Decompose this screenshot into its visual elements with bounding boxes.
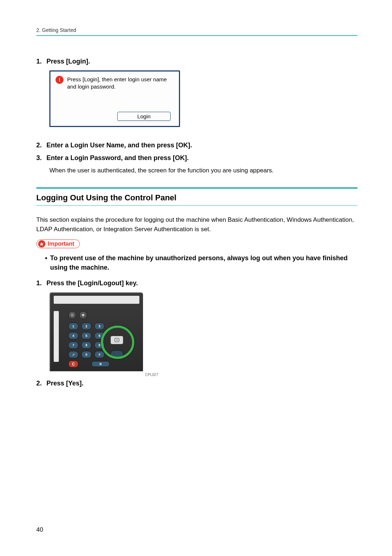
- section-title: Logging Out Using the Control Panel: [36, 189, 358, 206]
- keypad-7: 7: [68, 342, 78, 349]
- diamond-button: [79, 311, 87, 319]
- section-intro: This section explains the procedure for …: [36, 215, 358, 234]
- clear-key: C: [68, 360, 78, 368]
- step-number: 3.: [36, 154, 46, 162]
- keypad-hash: #: [94, 351, 105, 358]
- keypad-8: 8: [81, 342, 91, 349]
- step-text: Press [Login].: [46, 58, 90, 65]
- step-text: Enter a Login User Name, and then press …: [46, 142, 192, 149]
- bullet-dot: •: [45, 253, 50, 263]
- login-panel-message: Press [Login], then enter login user nam…: [67, 76, 174, 90]
- login-panel-figure: ! Press [Login], then enter login user n…: [49, 70, 180, 127]
- keypad-sym: ./*: [68, 351, 78, 358]
- svg-rect-1: [82, 314, 85, 316]
- keypad-4: 4: [68, 332, 78, 339]
- bottom-slot: [91, 361, 110, 367]
- login-button[interactable]: Login: [117, 112, 171, 121]
- stop-button: [68, 311, 76, 319]
- step-number: 2.: [36, 380, 46, 387]
- important-label: Important: [48, 241, 74, 247]
- section-divider: Logging Out Using the Control Panel: [36, 187, 358, 206]
- keypad-2: 2: [81, 323, 91, 330]
- login-step-2: 2. Enter a Login User Name, and then pre…: [36, 142, 358, 149]
- svg-point-0: [71, 314, 74, 316]
- star-icon: ★: [38, 240, 45, 248]
- step-number: 1.: [36, 279, 46, 287]
- keypad-3: 3: [94, 323, 105, 330]
- logout-step-1: 1. Press the [Login/Logout] key.: [36, 279, 358, 287]
- logout-step-2: 2. Press [Yes].: [36, 380, 358, 387]
- keypad-0: 0: [81, 351, 91, 358]
- auth-followup: When the user is authenticated, the scre…: [49, 167, 358, 174]
- keypad-5: 5: [81, 332, 91, 339]
- login-step-3: 3. Enter a Login Password, and then pres…: [36, 154, 358, 162]
- step-text: Press [Yes].: [46, 380, 83, 387]
- step-number: 2.: [36, 142, 46, 149]
- step-text: Enter a Login Password, and then press […: [46, 154, 189, 162]
- device-figure: 1 2 3 4 5 6 7 8 9 ./* 0 #: [49, 292, 358, 377]
- chapter-header: 2. Getting Started: [36, 27, 358, 33]
- login-key-highlight: [101, 326, 134, 359]
- important-bullet: • To prevent use of the machine by unaut…: [45, 253, 358, 272]
- step-text: Press the [Login/Logout] key.: [46, 279, 138, 287]
- header-divider: [36, 35, 358, 36]
- alert-icon: !: [56, 76, 64, 84]
- page-number: 40: [36, 526, 43, 533]
- figure-caption: CPL027: [49, 373, 158, 377]
- svg-rect-2: [99, 363, 102, 365]
- important-text: To prevent use of the machine by unautho…: [50, 253, 358, 272]
- important-tag: ★ Important: [36, 240, 80, 248]
- login-step-1: 1. Press [Login].: [36, 58, 358, 65]
- keypad-1: 1: [68, 323, 78, 330]
- step-number: 1.: [36, 58, 46, 65]
